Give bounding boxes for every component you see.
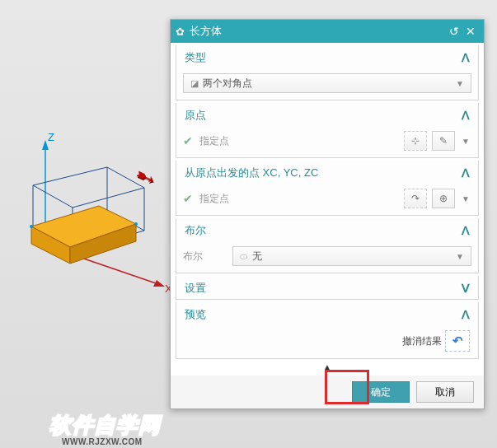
arc-point-icon: ↷ [411, 193, 420, 204]
chevron-down-icon: ▼ [462, 137, 470, 146]
ok-button[interactable]: 确定 [352, 381, 410, 403]
origin-row: ✔ 指定点 ⊹ ✎ ▼ [183, 131, 471, 151]
section-origin: 原点 ᐱ ✔ 指定点 ⊹ ✎ ▼ [176, 103, 479, 158]
from-origin-row: ✔ 指定点 ↷ ⊕ ▼ [183, 189, 471, 208]
section-from-origin: 从原点出发的点 XC, YC, ZC ᐱ ✔ 指定点 ↷ ⊕ ▼ [176, 161, 479, 216]
section-title-boolean: 布尔 [185, 223, 462, 238]
section-header-type[interactable]: 类型 ᐱ [176, 45, 478, 68]
diagonal-icon: ◪ [190, 78, 199, 89]
svg-marker-4 [33, 167, 144, 208]
watermark-url: WWW.RJZXW.COM [62, 437, 143, 446]
check-icon: ✔ [183, 134, 193, 147]
chevron-up-icon: ᐱ [462, 308, 470, 321]
section-header-boolean[interactable]: 布尔 ᐱ [176, 218, 478, 241]
svg-point-13 [30, 225, 33, 228]
dialog-button-row: 确定 取消 [171, 376, 484, 408]
axis-label-z: Z [48, 131, 54, 143]
section-settings: 设置 ᐯ [176, 276, 479, 300]
chevron-up-icon: ᐱ [462, 51, 470, 64]
type-dropdown[interactable]: ◪ 两个对角点 ▼ [183, 73, 471, 93]
point-constructor-button[interactable]: ⊕ [432, 189, 455, 208]
section-title-preview: 预览 [185, 307, 462, 322]
section-title-origin: 原点 [185, 108, 462, 123]
section-boolean: 布尔 ᐱ 布尔 ⬭ 无 ▼ [176, 218, 479, 273]
point-dialog-button[interactable]: ⊹ [404, 131, 427, 151]
collapse-all-button[interactable]: ▲ [176, 361, 479, 372]
section-title-type: 类型 [185, 50, 462, 65]
origin-spec-label: 指定点 [199, 134, 399, 148]
ok-button-label: 确定 [371, 385, 391, 399]
dropdown-arrow-button[interactable]: ▼ [460, 189, 471, 208]
triangle-up-icon: ▲ [323, 362, 331, 371]
point-dialog-button[interactable]: ↷ [404, 189, 427, 208]
chevron-down-icon: ▼ [456, 252, 464, 261]
crosshair-icon: ⊕ [439, 193, 448, 204]
boolean-dropdown-value: 无 [252, 250, 262, 264]
section-header-preview[interactable]: 预览 ᐱ [176, 302, 478, 325]
chevron-up-icon: ᐱ [462, 224, 470, 237]
chevron-down-icon: ᐯ [462, 282, 470, 295]
section-title-settings: 设置 [185, 281, 462, 296]
svg-point-14 [134, 222, 138, 226]
section-title-from-origin: 从原点出发的点 XC, YC, ZC [185, 166, 462, 180]
reset-icon[interactable]: ↺ [446, 25, 462, 38]
titlebar[interactable]: ✿ 长方体 ↺ ✕ [171, 20, 484, 43]
type-dropdown-value: 两个对角点 [203, 77, 252, 91]
undo-result-button[interactable]: ↶ [445, 330, 470, 352]
chevron-up-icon: ᐱ [462, 166, 470, 180]
dialog-block: ✿ 长方体 ↺ ✕ 类型 ᐱ ◪ 两个对角点 ▼ 原点 ᐱ ✔ 指定点 ⊹ [170, 19, 485, 409]
chevron-down-icon: ▼ [456, 79, 464, 88]
svg-marker-3 [153, 280, 165, 287]
chevron-up-icon: ᐱ [462, 109, 470, 122]
picker-icon: ✎ [439, 135, 448, 147]
close-icon[interactable]: ✕ [462, 25, 479, 38]
section-header-settings[interactable]: 设置 ᐯ [176, 276, 478, 299]
boolean-label: 布尔 [183, 250, 224, 264]
preview-row: 撤消结果 ↶ [183, 330, 471, 352]
gear-icon: ✿ [176, 26, 185, 38]
section-preview: 预览 ᐱ 撤消结果 ↶ [176, 302, 479, 359]
check-icon: ✔ [183, 192, 193, 205]
boolean-row: 布尔 ⬭ 无 ▼ [183, 246, 471, 266]
undo-icon: ↶ [452, 334, 463, 348]
from-origin-spec-label: 指定点 [199, 192, 399, 206]
point-constructor-button[interactable]: ✎ [432, 131, 455, 151]
cancel-button[interactable]: 取消 [416, 381, 474, 403]
section-header-from-origin[interactable]: 从原点出发的点 XC, YC, ZC ᐱ [176, 161, 478, 184]
section-type: 类型 ᐱ ◪ 两个对角点 ▼ [176, 45, 479, 100]
undo-result-label: 撤消结果 [402, 334, 442, 348]
boolean-dropdown[interactable]: ⬭ 无 ▼ [232, 246, 471, 266]
dropdown-arrow-button[interactable]: ▼ [460, 131, 471, 151]
section-header-origin[interactable]: 原点 ᐱ [176, 103, 478, 126]
cancel-button-label: 取消 [435, 385, 455, 399]
watermark-text: 软件自学网 [49, 411, 161, 440]
dialog-title: 长方体 [190, 24, 446, 39]
chevron-down-icon: ▼ [462, 194, 470, 203]
none-icon: ⬭ [240, 251, 247, 262]
inferred-point-icon: ⊹ [411, 135, 420, 147]
